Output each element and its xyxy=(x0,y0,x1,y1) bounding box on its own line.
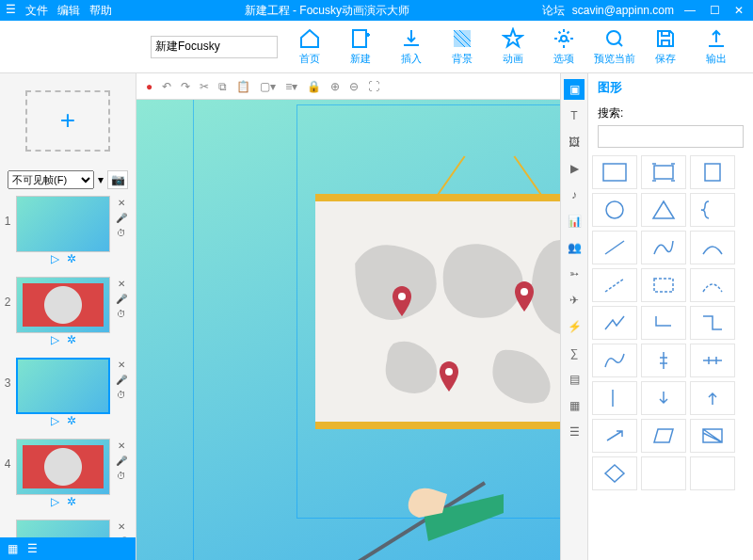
copy-icon[interactable]: ⧉ xyxy=(218,80,227,93)
shape-step[interactable] xyxy=(690,306,735,340)
timer-icon[interactable]: ⏱ xyxy=(115,469,128,482)
slide-thumbnail[interactable] xyxy=(16,358,110,414)
video-tool-icon[interactable]: ▶ xyxy=(564,158,585,179)
music-tool-icon[interactable]: ♪ xyxy=(564,184,585,205)
gear-icon[interactable]: ✲ xyxy=(67,333,76,350)
play-icon[interactable]: ▷ xyxy=(51,333,59,350)
timer-icon[interactable]: ⏱ xyxy=(115,388,128,401)
shape-brace[interactable] xyxy=(690,193,735,227)
cut-icon[interactable]: ✂ xyxy=(200,80,209,93)
slide-item[interactable]: 1 ▷✲ ✕ 🎤 ⏱ xyxy=(0,192,136,273)
slide-item[interactable]: 4 ▷✲ ✕ 🎤 ⏱ xyxy=(0,435,136,516)
shape-frame[interactable] xyxy=(641,155,686,189)
minimize-button[interactable]: — xyxy=(681,4,698,17)
shape-bracket[interactable] xyxy=(592,381,637,415)
visibility-select[interactable]: 不可见帧(F) xyxy=(8,170,94,189)
slide-thumbnail[interactable] xyxy=(16,196,110,252)
gear-icon[interactable]: ✲ xyxy=(67,495,76,512)
close-icon[interactable]: ✕ xyxy=(115,277,128,290)
menu-help[interactable]: 帮助 xyxy=(89,3,112,19)
shape-square[interactable] xyxy=(690,155,735,189)
mic-icon[interactable]: 🎤 xyxy=(115,211,128,224)
close-icon[interactable]: ✕ xyxy=(115,196,128,209)
shape-dashrect[interactable] xyxy=(641,268,686,302)
shape-elbow[interactable] xyxy=(641,306,686,340)
shape-wave[interactable] xyxy=(592,344,637,377)
close-icon[interactable]: ✕ xyxy=(115,520,128,533)
close-button[interactable]: ✕ xyxy=(730,4,747,17)
gear-icon[interactable]: ✲ xyxy=(67,252,76,269)
grid-tool-icon[interactable]: ▦ xyxy=(564,395,585,416)
shape-split-h[interactable] xyxy=(690,344,735,377)
play-icon[interactable]: ▷ xyxy=(51,252,59,269)
camera-icon[interactable]: 📷 xyxy=(107,170,128,189)
shape-dashline[interactable] xyxy=(592,268,637,302)
lock-icon[interactable]: 🔒 xyxy=(307,80,321,93)
shape-split-v[interactable] xyxy=(641,344,686,377)
search-input[interactable] xyxy=(598,125,744,148)
frame-tool-icon[interactable]: ▣ xyxy=(564,79,585,100)
shape-curve[interactable] xyxy=(641,231,686,264)
shape-blank[interactable] xyxy=(690,456,735,490)
user-email[interactable]: scavin@appinn.com xyxy=(572,4,674,17)
layout-icon[interactable]: ▦ xyxy=(8,542,18,555)
save-button[interactable]: 保存 xyxy=(643,27,688,66)
more-tool-icon[interactable]: ☰ xyxy=(564,422,585,442)
layer-tool-icon[interactable]: ▤ xyxy=(564,369,585,390)
canvas[interactable] xyxy=(136,100,560,560)
text-tool-icon[interactable]: T xyxy=(564,105,585,126)
insert-button[interactable]: 插入 xyxy=(389,27,434,66)
shape-circle[interactable] xyxy=(592,193,637,227)
layer-icon[interactable]: ▢▾ xyxy=(260,80,276,93)
shape-triangle[interactable] xyxy=(641,193,686,227)
add-slide-button[interactable]: + xyxy=(25,90,110,152)
map-pin-icon[interactable] xyxy=(391,286,413,316)
home-button[interactable]: 首页 xyxy=(287,27,332,66)
shape-dasharc[interactable] xyxy=(690,268,735,302)
close-icon[interactable]: ✕ xyxy=(115,358,128,371)
shape-line[interactable] xyxy=(592,231,637,264)
chart-tool-icon[interactable]: 📊 xyxy=(564,211,585,232)
play-icon[interactable]: ▷ xyxy=(51,495,59,512)
export-button[interactable]: 输出 xyxy=(694,27,739,66)
new-button[interactable]: 新建 xyxy=(338,27,383,66)
shape-rect[interactable] xyxy=(592,155,637,189)
shape-blank[interactable] xyxy=(641,456,686,490)
flash-tool-icon[interactable]: ⚡ xyxy=(564,316,585,337)
zoom-in-icon[interactable]: ⊕ xyxy=(330,80,340,93)
menu-edit[interactable]: 编辑 xyxy=(57,3,80,19)
timer-icon[interactable]: ⏱ xyxy=(115,226,128,239)
shape-arrow-down[interactable] xyxy=(641,381,686,415)
world-map-chart[interactable] xyxy=(315,194,560,429)
gear-icon[interactable]: ✲ xyxy=(67,414,76,431)
shape-diamond[interactable] xyxy=(592,456,637,490)
shape-arrow-diag[interactable] xyxy=(592,419,637,453)
list-icon[interactable]: ☰ xyxy=(27,542,38,555)
menu-file[interactable]: 文件 xyxy=(25,3,48,19)
mic-icon[interactable]: 🎤 xyxy=(115,292,128,305)
slide-item[interactable]: 5 ▷✲ ✕ 🎤 ⏱ xyxy=(0,516,136,537)
fit-icon[interactable]: ⛶ xyxy=(368,80,379,93)
maximize-button[interactable]: ☐ xyxy=(706,4,723,17)
map-pin-icon[interactable] xyxy=(438,361,460,392)
role-tool-icon[interactable]: 👥 xyxy=(564,237,585,258)
image-tool-icon[interactable]: 🖼 xyxy=(564,132,585,152)
document-name-input[interactable] xyxy=(151,36,278,58)
options-button[interactable]: 选项 xyxy=(541,27,586,66)
zoom-out-icon[interactable]: ⊖ xyxy=(349,80,359,93)
preview-button[interactable]: 预览当前 xyxy=(592,27,637,66)
shape-arc[interactable] xyxy=(690,231,735,264)
paste-icon[interactable]: 📋 xyxy=(236,80,250,93)
close-icon[interactable]: ✕ xyxy=(115,439,128,452)
shape-parallelogram[interactable] xyxy=(641,419,686,453)
slide-item[interactable]: 3 ▷✲ ✕ 🎤 ⏱ xyxy=(0,354,136,435)
record-icon[interactable]: ● xyxy=(146,80,152,93)
eye-icon[interactable]: ▾ xyxy=(98,173,104,186)
slide-thumbnail[interactable] xyxy=(16,439,110,495)
slide-thumbnail[interactable] xyxy=(16,520,110,537)
slide-thumbnail[interactable] xyxy=(16,277,110,333)
shape-hatch[interactable] xyxy=(690,419,735,453)
mic-icon[interactable]: 🎤 xyxy=(115,454,128,467)
mic-icon[interactable]: 🎤 xyxy=(115,373,128,386)
map-pin-icon[interactable] xyxy=(513,281,536,312)
